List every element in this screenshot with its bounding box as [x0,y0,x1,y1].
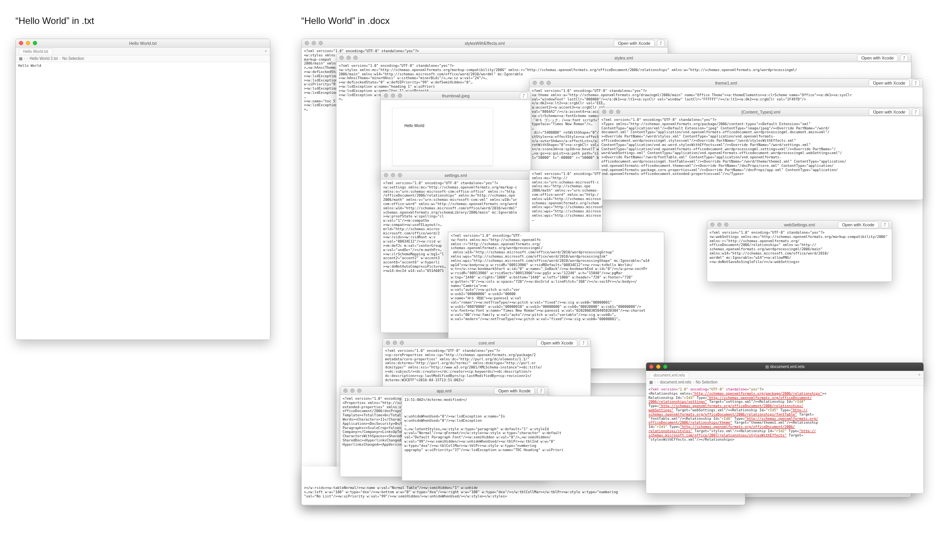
new-tab-icon[interactable]: + [265,49,267,53]
window-title: ▦ document.xml.rels [646,364,923,369]
editor-body[interactable]: <?xml version="1.0" encoding="UTF-8" sta… [599,116,923,200]
crumb-file[interactable]: document.xml.rels [660,380,691,384]
back-icon[interactable]: ‹ [654,380,655,384]
titlebar[interactable]: settings.xml [381,171,531,180]
window-title: settings.xml [381,173,531,178]
editor-body[interactable]: 13:51:00Z</dcterms:modified></ w:unhideW… [402,396,648,480]
window-title: app.xml [340,389,548,393]
window-title: stylesWithEffects.xml [302,41,668,46]
titlebar[interactable]: Hello World.txt [16,39,270,48]
window-bottom-middle: 13:51:00Z</dcterms:modified></ w:unhideW… [402,396,649,481]
titlebar[interactable]: webSettings.xml Open with Xcode⤴ [707,221,892,229]
thumbnail-preview: Hello World [381,100,531,180]
new-tab-icon[interactable]: + [918,373,920,377]
forward-icon[interactable]: › [27,56,28,61]
titlebar[interactable]: theme1.xml Open with Xcode⤴ [530,79,923,87]
tab[interactable]: document.xml.rels [649,372,689,378]
window-content-types: [Content_Types].xml Open with Xcode⤴ <?x… [599,107,923,200]
breadcrumb: ▦ ‹ › document.xml.rels › No Selection [646,379,923,386]
crumb-file[interactable]: Hello World 2.txt [30,56,58,61]
grid-icon[interactable]: ▦ [649,380,653,384]
window-document-rels: ▦ document.xml.rels document.xml.rels + … [646,362,924,494]
back-icon[interactable]: ‹ [24,56,25,61]
editor-body[interactable]: Hello World [16,62,270,339]
window-title: theme1.xml [530,81,923,85]
window-websettings: webSettings.xml Open with Xcode⤴ <?xml v… [707,220,892,282]
thumbnail-page: Hello World [392,108,493,166]
tab[interactable]: Hello World.txt [19,49,53,54]
titlebar[interactable]: [Content_Types].xml Open with Xcode⤴ [599,108,923,116]
titlebar[interactable]: thumbnail.jpeg ⤴ [381,92,531,100]
window-title: thumbnail.jpeg [381,93,531,98]
window-title: Hello World.txt [16,41,270,46]
window-title: styles.xml [336,56,911,60]
grid-icon[interactable]: ▦ [19,56,22,61]
window-thumbnail: thumbnail.jpeg ⤴ Hello World [380,91,531,180]
window-title: webSettings.xml [707,222,892,227]
crumb-selection: No Selection [62,56,84,61]
titlebar[interactable]: ▦ document.xml.rels [646,363,923,371]
window-txt: Hello World.txt Hello World.txt + ▦ ‹ › … [15,39,270,340]
tabbar: Hello World.txt + [16,48,270,55]
window-title: [Content_Types].xml [599,110,923,114]
titlebar[interactable]: app.xml Open with Xcode⤴ [340,387,548,395]
heading-txt: “Hello World” in .txt [15,15,94,26]
titlebar[interactable]: stylesWithEffects.xml Open with Xcode⤴ [302,39,668,48]
titlebar[interactable]: core.xml Open with Xcode⤴ [383,339,591,347]
editor-body[interactable]: <?xml version="1.0" encoding="UTF-8" sta… [646,386,923,493]
thumbnail-text: Hello World [404,124,424,128]
heading-docx: “Hello World” in .docx [301,15,390,26]
breadcrumb: ▦ ‹ › Hello World 2.txt › No Selection [16,55,270,62]
window-title: core.xml [383,341,591,345]
tabbar: document.xml.rels + [646,371,923,379]
crumb-selection: No Selection [696,380,718,384]
forward-icon[interactable]: › [657,380,658,384]
editor-body[interactable]: <?xml version="1.0" encoding="UTF-8" sta… [707,229,892,282]
titlebar[interactable]: styles.xml Open with Xcode⤴ [336,54,911,62]
